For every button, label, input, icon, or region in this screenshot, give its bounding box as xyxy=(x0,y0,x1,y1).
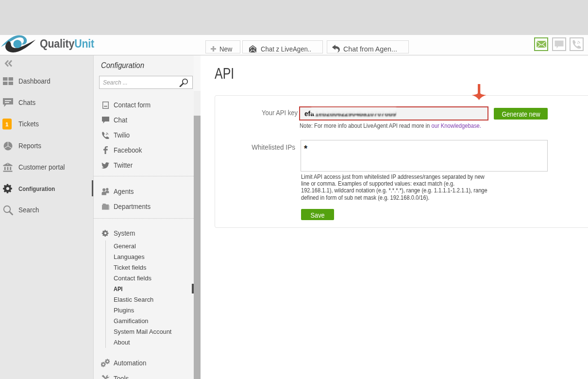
svg-text:1: 1 xyxy=(5,121,9,127)
